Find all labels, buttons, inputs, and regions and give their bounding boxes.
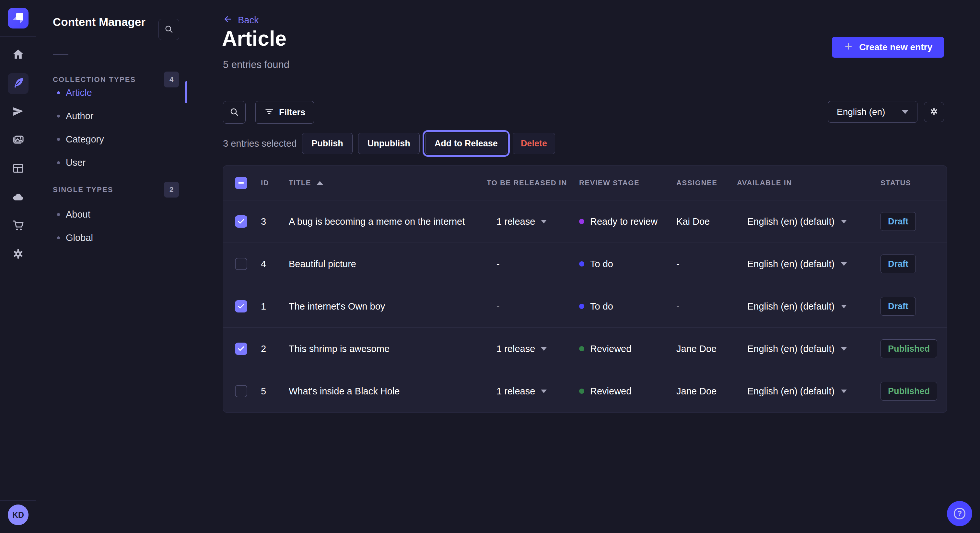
view-settings-button[interactable] — [924, 102, 944, 122]
assignee-cell: Jane Doe — [676, 386, 736, 397]
status-cell: Draft — [880, 254, 947, 273]
entry-title: The internet's Own boy — [285, 301, 484, 312]
nav-media-library[interactable] — [8, 130, 29, 151]
entries-count: 5 entries found — [223, 59, 290, 71]
release-cell[interactable]: 1 release — [484, 216, 579, 227]
content-manager-feather-icon — [12, 76, 25, 90]
nav-releases[interactable] — [8, 102, 29, 122]
paper-plane-icon — [12, 105, 25, 119]
marketplace-cart-icon — [12, 219, 25, 233]
search-icon — [229, 107, 240, 118]
search-icon — [164, 24, 174, 35]
nav-settings[interactable] — [8, 244, 29, 265]
sidebar-item-about[interactable]: About — [36, 203, 187, 226]
settings-gear-icon — [12, 247, 25, 262]
chevron-down-icon — [841, 305, 847, 308]
nav-content-manager[interactable] — [8, 73, 29, 94]
media-library-icon — [12, 133, 25, 148]
table-row[interactable]: 3 A bug is becoming a meme on the intern… — [223, 200, 947, 243]
nav-deploy[interactable] — [8, 187, 29, 208]
chevron-down-icon — [841, 220, 847, 224]
filters-button[interactable]: Filters — [255, 101, 314, 124]
sidebar-item-category[interactable]: Category — [36, 128, 187, 151]
stage-dot-icon — [579, 219, 584, 224]
nav-content-type-builder[interactable] — [8, 159, 29, 179]
chevron-down-icon — [902, 110, 909, 114]
stage-dot-icon — [579, 261, 584, 266]
add-to-release-button[interactable]: Add to Release — [425, 133, 507, 154]
sidebar-item-author[interactable]: Author — [36, 104, 187, 128]
locale-cell[interactable]: English (en) (default) — [736, 344, 880, 354]
locale-select[interactable]: English (en) — [828, 101, 918, 123]
release-cell[interactable]: 1 release — [484, 344, 579, 354]
row-checkbox[interactable] — [235, 343, 247, 355]
user-avatar[interactable]: KD — [8, 504, 29, 525]
divider — [0, 500, 36, 501]
assignee-cell: - — [676, 259, 736, 270]
main-nav-sidebar: KD — [0, 0, 37, 533]
section-single-types: SINGLE TYPES — [53, 186, 113, 194]
column-header-title[interactable]: TITLE — [285, 179, 484, 187]
entry-id: 4 — [259, 259, 285, 270]
sidebar-item-article[interactable]: Article — [36, 81, 187, 104]
select-all-checkbox[interactable] — [235, 177, 247, 189]
review-stage-cell: To do — [579, 301, 676, 312]
entry-id: 1 — [259, 301, 285, 312]
entry-title: This shrimp is awesome — [285, 344, 484, 354]
chevron-down-icon — [841, 347, 847, 351]
table-row[interactable]: 5 What's inside a Black Hole 1 release R… — [223, 370, 947, 412]
content-type-builder-icon — [12, 162, 25, 176]
sort-ascending-icon — [316, 181, 323, 185]
back-link[interactable]: Back — [223, 14, 259, 26]
sidebar-item-global[interactable]: Global — [36, 226, 187, 249]
review-stage-cell: Reviewed — [579, 344, 676, 354]
assignee-cell: Kai Doe — [676, 216, 736, 227]
stage-dot-icon — [579, 389, 584, 394]
locale-cell[interactable]: English (en) (default) — [736, 301, 880, 312]
publish-button[interactable]: Publish — [302, 133, 353, 154]
row-checkbox[interactable] — [235, 215, 247, 228]
column-header-status: STATUS — [880, 179, 947, 187]
home-icon — [12, 48, 25, 62]
create-new-entry-button[interactable]: Create new entry — [832, 37, 944, 58]
subnav-search-button[interactable] — [159, 19, 179, 40]
unpublish-button[interactable]: Unpublish — [358, 133, 420, 154]
nav-marketplace[interactable] — [8, 216, 29, 236]
page-title: Article — [222, 27, 286, 51]
table-row[interactable]: 2 This shrimp is awesome 1 release Revie… — [223, 327, 947, 370]
locale-cell[interactable]: English (en) (default) — [736, 216, 880, 227]
chevron-down-icon — [541, 347, 547, 351]
gear-icon — [929, 106, 939, 117]
sidebar-item-user[interactable]: User — [36, 151, 187, 174]
status-cell: Draft — [880, 212, 947, 231]
release-cell[interactable]: - — [484, 301, 579, 312]
chevron-down-icon — [841, 390, 847, 393]
help-button[interactable]: ? — [947, 501, 972, 526]
column-header-id[interactable]: ID — [259, 179, 285, 187]
release-cell[interactable]: 1 release — [484, 386, 579, 397]
review-stage-cell: To do — [579, 259, 676, 270]
column-header-released: TO BE RELEASED IN — [484, 179, 579, 187]
strapi-logo[interactable] — [8, 8, 29, 29]
status-badge: Published — [880, 339, 937, 358]
delete-button[interactable]: Delete — [513, 133, 555, 154]
search-button[interactable] — [223, 101, 246, 124]
locale-cell[interactable]: English (en) (default) — [736, 259, 880, 270]
table-row[interactable]: 1 The internet's Own boy - To do - Engli… — [223, 285, 947, 327]
review-stage-cell: Ready to review — [579, 216, 676, 227]
table-row[interactable]: 4 Beautiful picture - To do - English (e… — [223, 243, 947, 285]
nav-home[interactable] — [8, 45, 29, 65]
row-checkbox[interactable] — [235, 385, 247, 397]
assignee-cell: Jane Doe — [676, 344, 736, 354]
release-cell[interactable]: - — [484, 259, 579, 270]
arrow-left-icon — [223, 14, 233, 26]
cloud-icon — [12, 190, 25, 205]
status-badge: Draft — [880, 254, 916, 273]
status-badge: Draft — [880, 297, 916, 316]
row-checkbox[interactable] — [235, 258, 247, 270]
single-types-count: 2 — [164, 182, 179, 198]
row-checkbox[interactable] — [235, 300, 247, 313]
locale-cell[interactable]: English (en) (default) — [736, 386, 880, 397]
status-cell: Draft — [880, 297, 947, 316]
entry-id: 2 — [259, 344, 285, 354]
